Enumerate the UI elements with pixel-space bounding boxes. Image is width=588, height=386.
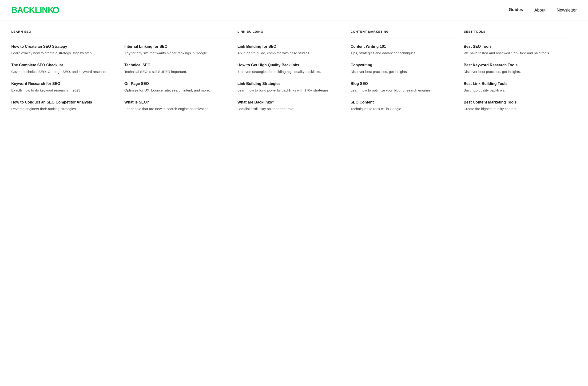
menu-item-desc-best-tools-1: Discover best practices, get insights. (463, 69, 572, 75)
main-content: LEARN SEO How to Create an SEO StrategyL… (0, 21, 588, 128)
menu-item-title-link-building-0[interactable]: Link Building for SEO (238, 44, 346, 49)
menu-item-content-marketing-1: CopywritingDiscover best practices, get … (350, 63, 459, 75)
menu-item-title-best-tools-0[interactable]: Best SEO Tools (463, 44, 572, 49)
menu-item-title-learn-seo-2-2[interactable]: On-Page SEO (125, 81, 233, 86)
divider-learn-seo (11, 37, 120, 37)
menu-item-title-learn-seo-1-0[interactable]: How to Create an SEO Strategy (11, 44, 120, 49)
menu-item-link-building-0: Link Building for SEOAn in-depth guide, … (238, 44, 346, 56)
menu-item-desc-learn-seo-1-2: Exactly how to do keyword research in 20… (11, 88, 120, 93)
nav-newsletter[interactable]: Newsletter (557, 8, 577, 13)
menu-item-desc-content-marketing-1: Discover best practices, get insights (350, 69, 459, 75)
menu-item-learn-seo-2-0: Internal Linking for SEOKey for any site… (125, 44, 233, 56)
column-3-items: Content Writing 101Tips, strategies and … (350, 44, 459, 112)
menu-item-learn-seo-1-0: How to Create an SEO StrategyLearn exact… (11, 44, 120, 56)
column-0-items: How to Create an SEO StrategyLearn exact… (11, 44, 120, 112)
logo-o-icon (53, 7, 59, 13)
menu-item-desc-learn-seo-2-2: Optimize for UX, bounce rate, search int… (125, 88, 233, 93)
menu-item-best-tools-0: Best SEO ToolsWe have tested and reviewe… (463, 44, 572, 56)
menu-item-desc-best-tools-2: Build top-quality backlinks. (463, 88, 572, 93)
menu-item-desc-link-building-0: An in-depth guide, complete with case st… (238, 51, 346, 56)
menu-item-learn-seo-2-2: On-Page SEOOptimize for UX, bounce rate,… (125, 81, 233, 93)
menu-item-title-best-tools-3[interactable]: Best Content Marketing Tools (463, 100, 572, 105)
menu-item-title-learn-seo-1-1[interactable]: The Complete SEO Checklist (11, 63, 120, 68)
column-learn-seo-2: Internal Linking for SEOKey for any site… (125, 30, 238, 118)
menu-item-desc-learn-seo-1-3: Reverse engineer their ranking strategie… (11, 106, 120, 112)
divider-learn-seo-2 (125, 37, 233, 37)
menu-item-desc-best-tools-0: We have tested and reviewed 177+ free an… (463, 51, 572, 56)
menu-item-desc-learn-seo-1-0: Learn exactly how to create a strategy, … (11, 51, 120, 56)
menu-item-title-link-building-2[interactable]: Link Building Strategies (238, 81, 346, 86)
main-nav: Guides About Newsletter (509, 7, 577, 13)
mega-menu: LEARN SEO How to Create an SEO StrategyL… (11, 30, 577, 118)
menu-item-best-tools-3: Best Content Marketing ToolsCreate the h… (463, 100, 572, 112)
site-header: BACKLINK Guides About Newsletter (0, 0, 588, 21)
menu-item-link-building-2: Link Building StrategiesLearn how to bui… (238, 81, 346, 93)
menu-item-link-building-3: What are Backlinks?Backlinks still play … (238, 100, 346, 112)
site-logo[interactable]: BACKLINK (11, 5, 59, 15)
menu-item-desc-best-tools-3: Create the highest-quality content. (463, 106, 572, 112)
menu-item-title-link-building-1[interactable]: How to Get High Quality Backlinks (238, 63, 346, 68)
menu-item-learn-seo-2-1: Technical SEOTechnical SEO is still SUPE… (125, 63, 233, 75)
menu-item-best-tools-2: Best Link Building ToolsBuild top-qualit… (463, 81, 572, 93)
menu-item-title-content-marketing-3[interactable]: SEO Content (350, 100, 459, 105)
menu-item-desc-link-building-1: 7 proven strategies for building high qu… (238, 69, 346, 75)
menu-item-title-learn-seo-2-0[interactable]: Internal Linking for SEO (125, 44, 233, 49)
divider-content-marketing (350, 37, 459, 37)
menu-item-title-best-tools-1[interactable]: Best Keyword Research Tools (463, 63, 572, 68)
column-header-best-tools: BEST TOOLS (463, 30, 572, 33)
nav-guides[interactable]: Guides (509, 7, 523, 13)
divider-best-tools (463, 37, 572, 37)
menu-item-title-content-marketing-2[interactable]: Blog SEO (350, 81, 459, 86)
menu-item-best-tools-1: Best Keyword Research ToolsDiscover best… (463, 63, 572, 75)
menu-item-desc-learn-seo-2-1: Technical SEO is still SUPER important. (125, 69, 233, 75)
menu-item-desc-link-building-2: Learn how to build powerful backlinks wi… (238, 88, 346, 93)
column-content-marketing: CONTENT MARKETING Content Writing 101Tip… (350, 30, 463, 118)
menu-item-title-learn-seo-1-3[interactable]: How to Conduct an SEO Competitor Analysi… (11, 100, 120, 105)
menu-item-learn-seo-1-3: How to Conduct an SEO Competitor Analysi… (11, 100, 120, 112)
menu-item-title-content-marketing-1[interactable]: Copywriting (350, 63, 459, 68)
column-header-link-building: LINK BUILDING (238, 30, 346, 33)
menu-item-desc-content-marketing-3: Techniques to rank #1 in Google (350, 106, 459, 112)
menu-item-title-learn-seo-2-3[interactable]: What Is SEO? (125, 100, 233, 105)
column-2-items: Link Building for SEOAn in-depth guide, … (238, 44, 346, 112)
menu-item-content-marketing-2: Blog SEOLearn how to optimize your blog … (350, 81, 459, 93)
column-4-items: Best SEO ToolsWe have tested and reviewe… (463, 44, 572, 112)
column-link-building: LINK BUILDING Link Building for SEOAn in… (238, 30, 351, 118)
menu-item-content-marketing-0: Content Writing 101Tips, strategies and … (350, 44, 459, 56)
nav-about[interactable]: About (534, 8, 546, 13)
column-header-learn-seo: LEARN SEO (11, 30, 120, 33)
menu-item-desc-content-marketing-0: Tips, strategies and advanced techniques… (350, 51, 459, 56)
column-learn-seo-1: LEARN SEO How to Create an SEO StrategyL… (11, 30, 125, 118)
column-header-content-marketing: CONTENT MARKETING (350, 30, 459, 33)
menu-item-title-learn-seo-2-1[interactable]: Technical SEO (125, 63, 233, 68)
divider-link-building (238, 37, 346, 37)
column-1-items: Internal Linking for SEOKey for any site… (125, 44, 233, 112)
menu-item-desc-learn-seo-1-1: Covers technical SEO, On-page SEO, and k… (11, 69, 120, 75)
menu-item-desc-learn-seo-2-3: For people that are new to search engine… (125, 106, 233, 112)
menu-item-title-link-building-3[interactable]: What are Backlinks? (238, 100, 346, 105)
menu-item-content-marketing-3: SEO ContentTechniques to rank #1 in Goog… (350, 100, 459, 112)
menu-item-desc-link-building-3: Backlinks still play an important role. (238, 106, 346, 112)
menu-item-title-content-marketing-0[interactable]: Content Writing 101 (350, 44, 459, 49)
column-best-tools: BEST TOOLS Best SEO ToolsWe have tested … (463, 30, 577, 118)
menu-item-link-building-1: How to Get High Quality Backlinks7 prove… (238, 63, 346, 75)
menu-item-learn-seo-2-3: What Is SEO?For people that are new to s… (125, 100, 233, 112)
menu-item-learn-seo-1-1: The Complete SEO ChecklistCovers technic… (11, 63, 120, 75)
column-header-blank (125, 30, 233, 33)
menu-item-title-learn-seo-1-2[interactable]: Keyword Research for SEO (11, 81, 120, 86)
menu-item-desc-learn-seo-2-0: Key for any site that wants higher ranki… (125, 51, 233, 56)
menu-item-title-best-tools-2[interactable]: Best Link Building Tools (463, 81, 572, 86)
menu-item-desc-content-marketing-2: Learn how to optimize your blog for sear… (350, 88, 459, 93)
menu-item-learn-seo-1-2: Keyword Research for SEOExactly how to d… (11, 81, 120, 93)
